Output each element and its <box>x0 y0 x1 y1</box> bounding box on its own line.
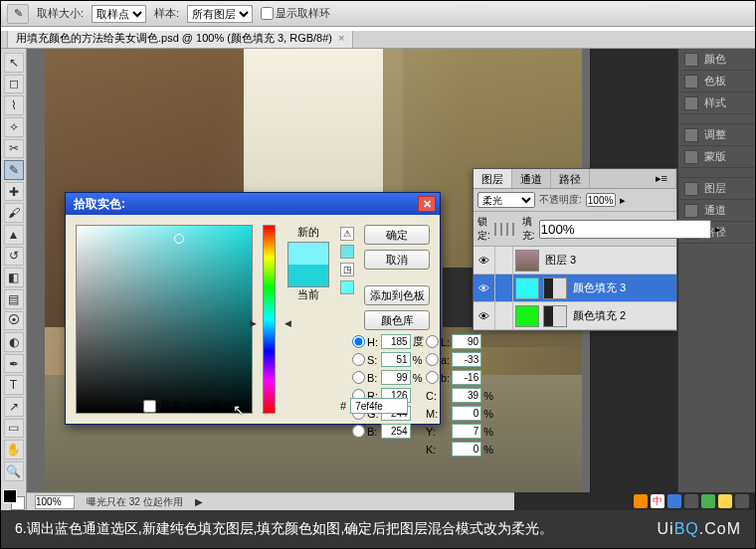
crop-tool-icon[interactable]: ✂ <box>4 139 24 159</box>
tray-icon[interactable] <box>701 494 715 508</box>
ime-indicator[interactable]: 中 <box>651 494 664 508</box>
layer-mask-thumbnail[interactable] <box>543 305 567 327</box>
dodge-tool-icon[interactable]: ◐ <box>4 332 24 352</box>
dropdown-icon[interactable]: ▸ <box>620 194 626 207</box>
tray-icon[interactable] <box>634 494 648 508</box>
eye-icon[interactable]: 👁 <box>473 247 495 274</box>
add-to-swatches-button[interactable]: 添加到色板 <box>364 285 430 305</box>
tab-channels[interactable]: 通道 <box>512 169 551 188</box>
tray-icon[interactable] <box>718 494 732 508</box>
lock-pixels-icon[interactable] <box>500 223 502 236</box>
marquee-tool-icon[interactable]: ◻ <box>4 75 24 94</box>
new-color-swatch[interactable] <box>288 243 328 265</box>
layer-thumbnail[interactable] <box>515 277 539 299</box>
lab-b-radio[interactable]: b: <box>426 371 450 384</box>
panel-masks[interactable]: 蒙版 <box>678 146 755 168</box>
stamp-tool-icon[interactable]: ▲ <box>4 225 24 245</box>
l-input[interactable] <box>452 334 481 349</box>
websafe-color-icon[interactable] <box>340 280 354 294</box>
tray-icon[interactable] <box>684 494 698 508</box>
s-radio[interactable]: S: <box>352 353 379 366</box>
h-radio[interactable]: H: <box>352 335 379 348</box>
move-tool-icon[interactable]: ↖ <box>4 53 24 73</box>
a-radio[interactable]: a: <box>426 353 450 366</box>
panel-adjustments[interactable]: 调整 <box>678 124 755 146</box>
new-current-swatch[interactable] <box>287 242 329 287</box>
brush-tool-icon[interactable]: 🖌 <box>4 203 24 223</box>
a-input[interactable] <box>452 352 481 367</box>
gamut-warning-icon[interactable]: ⚠ <box>340 227 354 241</box>
fill-input[interactable] <box>539 220 711 239</box>
sample-target-select[interactable]: 所有图层 <box>187 5 253 23</box>
wand-tool-icon[interactable]: ✧ <box>4 117 24 137</box>
dialog-titlebar[interactable]: 拾取实色: ✕ <box>66 193 440 215</box>
panel-menu-icon[interactable]: ▸≡ <box>648 169 676 188</box>
close-button[interactable]: ✕ <box>418 196 436 212</box>
websafe-warning-icon[interactable]: ◳ <box>340 263 354 276</box>
tray-icon[interactable] <box>667 494 681 508</box>
layer-thumbnail[interactable] <box>515 250 539 272</box>
eraser-tool-icon[interactable]: ◧ <box>4 268 24 287</box>
rgb-b-input[interactable] <box>381 424 411 439</box>
panel-layers[interactable]: 图层 <box>678 178 755 200</box>
layer-row[interactable]: 👁 颜色填充 2 <box>473 302 676 330</box>
panel-swatches[interactable]: 色板 <box>678 71 755 92</box>
eye-icon[interactable]: 👁 <box>473 302 495 329</box>
history-brush-tool-icon[interactable]: ↺ <box>4 247 24 267</box>
s-input[interactable] <box>381 352 411 367</box>
eye-icon[interactable]: 👁 <box>473 274 495 301</box>
foreground-swatch[interactable] <box>3 489 17 503</box>
c-input[interactable] <box>452 388 481 403</box>
b-radio[interactable]: B: <box>352 371 379 384</box>
blur-tool-icon[interactable]: ⦿ <box>4 311 24 331</box>
layer-row[interactable]: 👁 颜色填充 3 <box>473 274 676 302</box>
close-icon[interactable]: × <box>338 32 344 44</box>
path-tool-icon[interactable]: ↗ <box>4 397 24 417</box>
eyedropper-tool-icon[interactable]: ✎ <box>4 160 24 180</box>
eyedropper-tool-icon[interactable]: ✎ <box>7 4 29 24</box>
hex-input[interactable] <box>350 398 408 414</box>
pen-tool-icon[interactable]: ✒ <box>4 354 24 374</box>
b-input[interactable] <box>381 370 411 385</box>
panel-styles[interactable]: 样式 <box>678 92 755 114</box>
zoom-input[interactable] <box>35 495 75 509</box>
layer-mask-thumbnail[interactable] <box>543 277 567 299</box>
web-colors-only-checkbox[interactable]: 只有 Web 颜色 <box>143 399 233 414</box>
cancel-button[interactable]: 取消 <box>364 250 430 270</box>
gamut-color-icon[interactable] <box>340 245 354 259</box>
m-input[interactable] <box>452 406 481 421</box>
hand-tool-icon[interactable]: ✋ <box>4 440 24 459</box>
gradient-tool-icon[interactable]: ▤ <box>4 289 24 309</box>
opacity-input[interactable] <box>586 193 616 207</box>
lasso-tool-icon[interactable]: ⌇ <box>4 95 24 115</box>
lab-b-input[interactable] <box>452 370 481 385</box>
lock-position-icon[interactable] <box>506 223 508 236</box>
panel-color[interactable]: 颜色 <box>678 49 755 71</box>
heal-tool-icon[interactable]: ✚ <box>4 182 24 202</box>
show-sampling-ring-checkbox[interactable]: 显示取样环 <box>261 6 330 21</box>
type-tool-icon[interactable]: T <box>4 375 24 395</box>
color-libraries-button[interactable]: 颜色库 <box>364 310 430 330</box>
sample-size-select[interactable]: 取样点 <box>92 5 146 23</box>
lock-transparent-icon[interactable] <box>494 223 496 236</box>
lock-all-icon[interactable] <box>512 223 514 236</box>
tab-paths[interactable]: 路径 <box>551 169 590 188</box>
tray-icon[interactable] <box>735 494 749 508</box>
l-radio[interactable]: L: <box>426 335 450 348</box>
rgb-b-radio[interactable]: B: <box>352 425 379 438</box>
saturation-value-field[interactable] <box>76 225 253 414</box>
zoom-tool-icon[interactable]: 🔍 <box>4 461 24 481</box>
layer-thumbnail[interactable] <box>515 305 539 327</box>
h-input[interactable] <box>381 334 411 349</box>
layer-row[interactable]: 👁 图层 3 <box>473 247 676 274</box>
hue-slider[interactable] <box>263 225 276 414</box>
k-input[interactable] <box>452 442 481 457</box>
shape-tool-icon[interactable]: ▭ <box>4 419 24 439</box>
current-color-swatch[interactable] <box>288 265 328 286</box>
blend-mode-select[interactable]: 柔光 <box>477 192 535 208</box>
dropdown-icon[interactable]: ▸ <box>715 224 720 235</box>
ok-button[interactable]: 确定 <box>364 225 430 245</box>
color-swatches[interactable] <box>3 489 25 511</box>
tab-layers[interactable]: 图层 <box>473 169 512 188</box>
y-input[interactable] <box>452 424 481 439</box>
